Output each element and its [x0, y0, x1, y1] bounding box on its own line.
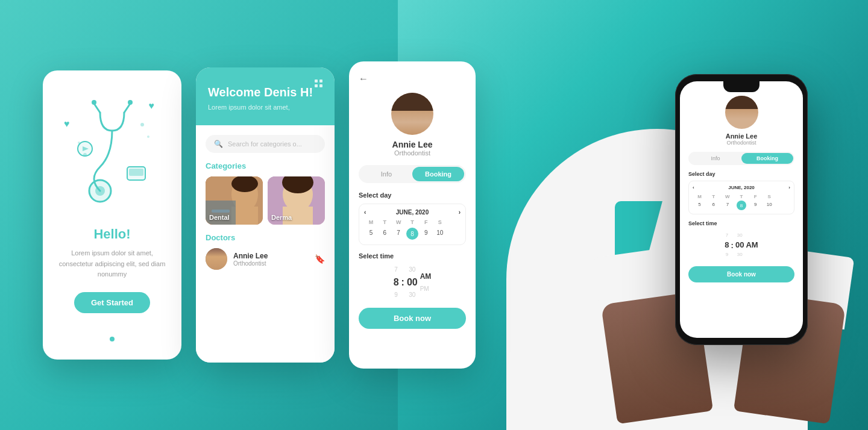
get-started-button[interactable]: Get Started — [74, 292, 150, 313]
phone-hour-main: 8 — [725, 240, 729, 251]
phone-ampm-col: AM — [746, 240, 758, 251]
phone-cal-day-6[interactable]: 6 — [706, 201, 720, 210]
svg-line-0 — [94, 104, 100, 113]
screen1-body: Lorem ipsum dolor sit amet, consectetur … — [55, 248, 169, 280]
cal-h-mon: M — [364, 219, 378, 225]
phone-doctor-avatar — [725, 96, 758, 129]
heart-icon-2: ♥ — [64, 119, 70, 129]
phone-min-prev: 30 — [737, 231, 743, 240]
phone-cal-day-5[interactable]: 5 — [693, 201, 706, 210]
phone-tabs: Info Booking — [688, 152, 794, 165]
phone-min-next: 30 — [737, 251, 743, 259]
category-dental[interactable]: Dental — [206, 176, 263, 225]
welcome-greeting: Welcome Denis H! — [208, 84, 322, 100]
phone-cal-h-t: T — [706, 193, 720, 201]
phone-hour-prev: 7 — [726, 231, 728, 240]
tab-booking[interactable]: Booking — [412, 167, 464, 181]
cal-day-6[interactable]: 6 — [378, 228, 392, 240]
phone-cal-day-8[interactable]: 8 — [737, 201, 746, 210]
phone-cal-days-header: M T W T F S — [693, 193, 790, 201]
heart-icon-1: ♥ — [149, 101, 155, 111]
search-placeholder-text: Search for categories o... — [228, 140, 302, 148]
doctor-item[interactable]: Annie Lee Orthodontist 🔖 — [206, 248, 325, 270]
phone-doctor-header: Annie Lee Orthodontist — [688, 96, 794, 146]
stethoscope-svg — [64, 95, 160, 203]
hour-prev: 7 — [394, 264, 398, 275]
hour-scroll: 7 8 9 — [394, 264, 399, 301]
svg-rect-11 — [129, 169, 143, 176]
phone-screen-content: Annie Lee Orthodontist Info Booking Sele… — [680, 81, 803, 338]
booking-tabs: Info Booking — [359, 165, 466, 183]
svg-point-6 — [140, 123, 144, 126]
svg-point-7 — [147, 136, 149, 138]
ampm-scroll: AM PM — [420, 270, 432, 294]
screen1-content: Hello! Lorem ipsum dolor sit amet, conse… — [55, 226, 169, 313]
doctor-small-avatar — [206, 248, 227, 270]
svg-point-2 — [92, 100, 96, 105]
period-pm: PM — [420, 284, 432, 294]
grid-menu-icon[interactable] — [315, 79, 322, 87]
stethoscope-illustration: ♥ ♥ — [58, 89, 166, 209]
cal-h-thu: T — [406, 219, 420, 225]
time-picker: 7 8 9 : 30 00 30 AM PM — [359, 264, 466, 301]
category-derma[interactable]: Derma — [268, 176, 325, 225]
phone-cal-h-m: M — [693, 193, 706, 201]
dashboard-screen: Welcome Denis H! Lorem ipsum dolor sit a… — [196, 67, 335, 363]
avatar-face — [206, 248, 227, 270]
cal-day-8-selected[interactable]: 8 — [406, 228, 418, 240]
cal-h-fri: F — [419, 219, 433, 225]
phone-in-hand: Annie Lee Orthodontist Info Booking Sele… — [675, 74, 808, 345]
phone-hour-col: 7 8 9 — [725, 231, 729, 260]
phone-calendar: ‹ JUNE, 2020 › M T W T F S 5 6 7 8 — [688, 181, 794, 214]
time-separator: : — [401, 277, 404, 288]
cal-day-7[interactable]: 7 — [392, 228, 406, 240]
doctor-profile-name: Annie Lee — [392, 140, 433, 149]
phone-cal-h-w: W — [720, 193, 734, 201]
phone-cal-nav: ‹ JUNE, 2020 › — [693, 185, 790, 190]
phone-select-time-label: Select time — [688, 220, 794, 226]
phone-cal-day-9[interactable]: 9 — [749, 201, 763, 210]
svg-point-3 — [128, 100, 133, 105]
doctors-list: Annie Lee Orthodontist 🔖 — [206, 248, 325, 270]
dot-indicator — [110, 337, 115, 341]
phone-cal-prev[interactable]: ‹ — [693, 185, 694, 190]
cal-next-arrow[interactable]: › — [459, 209, 461, 216]
grid-dot-2 — [319, 79, 322, 83]
back-button[interactable]: ← — [359, 73, 466, 84]
phone-time-colon: : — [731, 241, 734, 250]
cal-day-5[interactable]: 5 — [364, 228, 378, 240]
phone-cal-next[interactable]: › — [788, 185, 790, 190]
bookmark-icon[interactable]: 🔖 — [315, 254, 325, 264]
search-bar[interactable]: 🔍 Search for categories o... — [206, 135, 325, 153]
phone-time-picker: 7 8 9 : 30 00 30 AM — [688, 230, 794, 260]
period-am: AM — [420, 270, 432, 284]
cal-month: JUNE, 2020 — [396, 209, 429, 216]
screen1-title: Hello! — [55, 226, 169, 242]
doctor-small-name: Annie Lee — [233, 252, 268, 260]
phone-book-button[interactable]: Book now — [688, 266, 794, 282]
cal-day-9[interactable]: 9 — [419, 228, 433, 240]
cal-day-10[interactable]: 10 — [433, 228, 447, 240]
phone-notch — [723, 81, 760, 92]
hour-next: 9 — [394, 290, 398, 301]
min-main: 00 — [407, 275, 418, 290]
phone-tab-booking[interactable]: Booking — [741, 153, 793, 164]
phone-doctor-name: Annie Lee — [726, 132, 758, 140]
onboarding-screen: ♥ ♥ — [43, 70, 181, 360]
doctor-profile-specialty: Orthodontist — [394, 149, 430, 157]
tab-info[interactable]: Info — [360, 167, 412, 181]
phone-min-main: 00 — [735, 240, 744, 251]
doctor-big-avatar — [391, 93, 433, 135]
phone-avatar-hair — [725, 96, 758, 109]
phone-hour-next: 9 — [726, 251, 728, 259]
phone-cal-h-s: S — [763, 193, 776, 201]
book-now-button[interactable]: Book now — [359, 308, 466, 329]
phone-cal-day-10[interactable]: 10 — [763, 201, 776, 210]
phone-tab-info[interactable]: Info — [690, 153, 741, 164]
phone-cal-day-7[interactable]: 7 — [720, 201, 734, 210]
phone-cal-month: JUNE, 2020 — [728, 185, 755, 190]
dashboard-header: Welcome Denis H! Lorem ipsum dolor sit a… — [196, 67, 335, 125]
welcome-subtitle: Lorem ipsum dolor sit amet, — [208, 104, 322, 111]
cal-prev-arrow[interactable]: ‹ — [364, 209, 366, 216]
hour-main: 8 — [394, 275, 399, 290]
